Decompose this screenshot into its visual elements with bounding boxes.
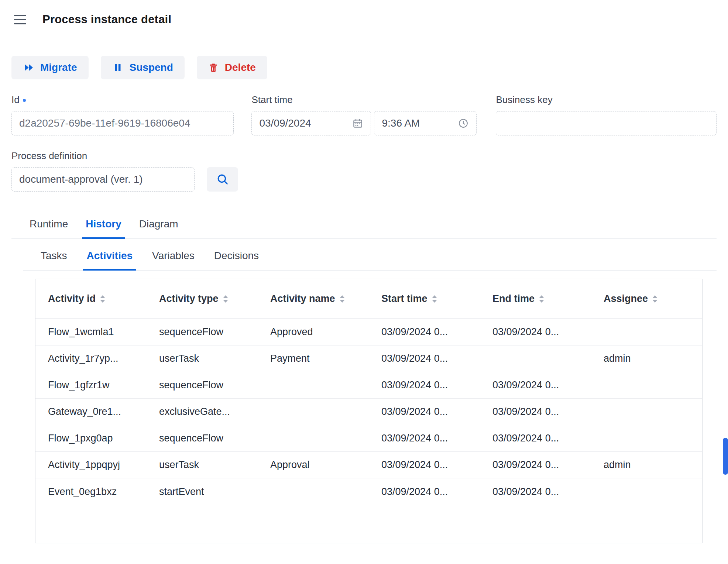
table-cell: Flow_1pxg0ap xyxy=(35,433,147,444)
table-body: Flow_1wcmla1sequenceFlowApproved03/09/20… xyxy=(35,319,702,505)
column-header-label: End time xyxy=(492,293,535,305)
table-cell: Approval xyxy=(258,459,369,471)
column-header-start-time[interactable]: Start time xyxy=(369,293,480,305)
table-cell: sequenceFlow xyxy=(147,433,258,444)
process-definition-search-button[interactable] xyxy=(207,167,238,192)
main-tabs: Runtime History Diagram xyxy=(11,213,717,239)
subtab-activities[interactable]: Activities xyxy=(83,250,137,271)
table-row: Flow_1wcmla1sequenceFlowApproved03/09/20… xyxy=(35,319,702,345)
action-bar: Migrate Suspend Delete xyxy=(11,56,717,79)
page-title: Process instance detail xyxy=(42,13,171,26)
column-header-assignee[interactable]: Assignee xyxy=(591,293,702,305)
column-header-activity-id[interactable]: Activity id xyxy=(35,293,147,305)
scrollbar-thumb[interactable] xyxy=(723,438,728,475)
table-cell: Flow_1wcmla1 xyxy=(35,326,147,338)
activities-table: Activity idActivity typeActivity nameSta… xyxy=(35,279,703,543)
table-cell: 03/09/2024 0... xyxy=(480,326,591,338)
table-cell: admin xyxy=(591,459,702,471)
table-cell: Flow_1gfzr1w xyxy=(35,379,147,391)
calendar-icon xyxy=(352,118,363,129)
table-cell: userTask xyxy=(147,459,258,471)
form-row-2: Process definition document-approval (ve… xyxy=(11,150,717,192)
suspend-button[interactable]: Suspend xyxy=(101,56,185,79)
table-cell: Activity_1r7yp... xyxy=(35,353,147,364)
business-key-label: Business key xyxy=(496,94,717,106)
start-date-input[interactable]: 03/09/2024 xyxy=(251,111,371,135)
table-cell: 03/09/2024 0... xyxy=(369,326,480,338)
id-field-group: Id d2a20257-69be-11ef-9619-16806e04 xyxy=(11,94,234,135)
sort-icon xyxy=(100,295,105,303)
sort-icon xyxy=(432,295,437,303)
table-cell: 03/09/2024 0... xyxy=(369,459,480,471)
table-cell: startEvent xyxy=(147,486,258,498)
tab-history[interactable]: History xyxy=(82,213,125,239)
process-definition-field-group: Process definition document-approval (ve… xyxy=(11,150,195,192)
sort-icon xyxy=(539,295,544,303)
table-cell: userTask xyxy=(147,353,258,364)
subtab-decisions[interactable]: Decisions xyxy=(210,250,262,271)
instance-form: Id d2a20257-69be-11ef-9619-16806e04 Star… xyxy=(11,94,717,192)
table-cell: Payment xyxy=(258,353,369,364)
table-row: Activity_1r7yp...userTaskPayment03/09/20… xyxy=(35,345,702,372)
table-cell: 03/09/2024 0... xyxy=(480,486,591,498)
column-header-label: Start time xyxy=(381,293,427,305)
start-time-input[interactable]: 9:36 AM xyxy=(374,111,477,135)
column-header-label: Activity name xyxy=(270,293,335,305)
start-date-value: 03/09/2024 xyxy=(259,117,347,129)
table-row: Flow_1gfzr1wsequenceFlow03/09/2024 0...0… xyxy=(35,372,702,399)
table-row: Activity_1ppqpyjuserTaskApproval03/09/20… xyxy=(35,452,702,478)
app-header: Process instance detail xyxy=(0,0,728,39)
table-cell: Event_0eg1bxz xyxy=(35,486,147,498)
pause-icon xyxy=(112,62,123,73)
history-subtabs: Tasks Activities Variables Decisions xyxy=(23,239,717,271)
table-cell: 03/09/2024 0... xyxy=(480,379,591,391)
business-key-input[interactable] xyxy=(496,111,717,135)
id-input[interactable]: d2a20257-69be-11ef-9619-16806e04 xyxy=(11,111,234,135)
migrate-button[interactable]: Migrate xyxy=(11,56,89,79)
column-header-end-time[interactable]: End time xyxy=(480,293,591,305)
tab-diagram[interactable]: Diagram xyxy=(135,213,182,239)
table-row: Flow_1pxg0apsequenceFlow03/09/2024 0...0… xyxy=(35,425,702,452)
column-header-label: Activity id xyxy=(48,293,96,305)
table-cell: 03/09/2024 0... xyxy=(369,406,480,417)
subtab-tasks[interactable]: Tasks xyxy=(37,250,71,271)
sort-icon xyxy=(223,295,228,303)
id-value: d2a20257-69be-11ef-9619-16806e04 xyxy=(19,117,226,129)
subtab-variables[interactable]: Variables xyxy=(148,250,198,271)
id-label: Id xyxy=(11,94,234,106)
table-cell: 03/09/2024 0... xyxy=(480,433,591,444)
table-cell: 03/09/2024 0... xyxy=(369,433,480,444)
table-cell: sequenceFlow xyxy=(147,379,258,391)
column-header-activity-type[interactable]: Activity type xyxy=(147,293,258,305)
business-key-field-group: Business key xyxy=(496,94,717,135)
table-cell: 03/09/2024 0... xyxy=(369,353,480,364)
process-definition-value: document-approval (ver. 1) xyxy=(19,173,187,185)
process-instance-detail-page: Process instance detail Migrate Suspend … xyxy=(0,0,728,564)
start-time-value: 9:36 AM xyxy=(382,117,453,129)
table-cell: Gateway_0re1... xyxy=(35,406,147,417)
column-header-label: Assignee xyxy=(604,293,648,305)
start-time-field-group: Start time 03/09/2024 9:36 AM xyxy=(251,94,477,135)
tab-runtime[interactable]: Runtime xyxy=(26,213,72,239)
process-definition-label: Process definition xyxy=(11,150,195,162)
start-time-inputs: 03/09/2024 9:36 AM xyxy=(251,111,477,135)
id-label-text: Id xyxy=(11,94,20,106)
sort-icon xyxy=(652,295,657,303)
clock-icon xyxy=(458,118,469,129)
table-cell: 03/09/2024 0... xyxy=(369,379,480,391)
suspend-label: Suspend xyxy=(130,62,173,73)
table-row: Gateway_0re1...exclusiveGate...03/09/202… xyxy=(35,399,702,425)
required-marker xyxy=(23,99,26,102)
table-row: Event_0eg1bxzstartEvent03/09/2024 0...03… xyxy=(35,478,702,505)
column-header-activity-name[interactable]: Activity name xyxy=(258,293,369,305)
table-header-row: Activity idActivity typeActivity nameSta… xyxy=(35,279,702,319)
table-cell: admin xyxy=(591,353,702,364)
process-definition-input[interactable]: document-approval (ver. 1) xyxy=(11,167,195,192)
fast-forward-icon xyxy=(23,62,34,73)
column-header-label: Activity type xyxy=(159,293,219,305)
delete-button[interactable]: Delete xyxy=(197,56,267,79)
menu-icon[interactable] xyxy=(14,13,26,26)
search-icon xyxy=(216,173,229,186)
trash-icon xyxy=(208,62,219,73)
table-cell: exclusiveGate... xyxy=(147,406,258,417)
